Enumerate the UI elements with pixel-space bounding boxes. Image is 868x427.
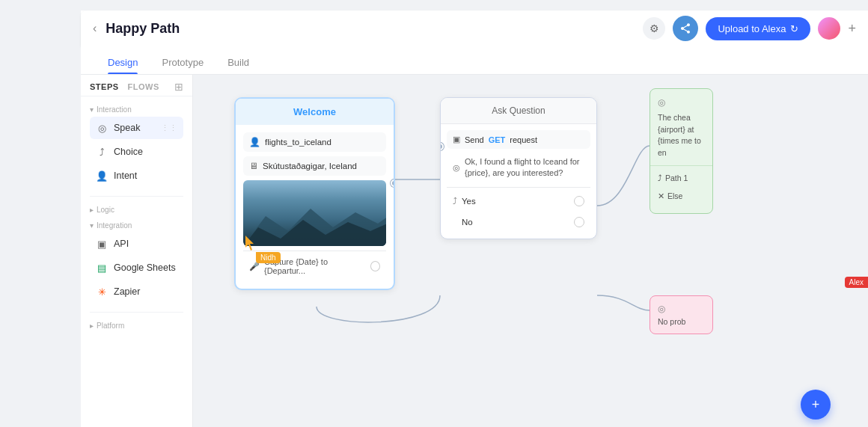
speak-row-icon: ◎: [453, 163, 460, 173]
back-button[interactable]: ‹: [93, 22, 97, 35]
interaction-header[interactable]: ▾ Interaction: [90, 105, 183, 114]
path1-row[interactable]: ⤴ Path 1: [658, 169, 705, 188]
share-button[interactable]: [673, 16, 698, 41]
sidebar-item-google-sheets[interactable]: ▤ Google Sheets: [90, 256, 183, 279]
choice-icon: ⤴: [96, 146, 108, 158]
cursor-area: Nidh: [245, 236, 281, 263]
sidebar-item-zapier[interactable]: ✳ Zapier: [90, 280, 183, 303]
speak-icon: ◎: [96, 122, 108, 134]
right-connector[interactable]: [391, 179, 395, 187]
get-request-row: ▣ Send GET request: [447, 130, 590, 149]
sidebar-item-intent[interactable]: 👤 Intent: [90, 165, 183, 187]
sidebar-item-api[interactable]: ▣ API: [90, 233, 183, 255]
header: ‹ Happy Path ⚙ Upload to Alexa ↻ +: [81, 10, 868, 46]
cursor-label: Nidh: [256, 252, 281, 263]
intent-icon: 👤: [96, 170, 108, 182]
page-title: Happy Path: [106, 21, 643, 37]
sidebar-item-speak[interactable]: ◎ Speak ⋮⋮: [90, 117, 183, 139]
app-container: STEPS FLOWS ⊞ ▾ Interaction ◎ Speak ⋮⋮ ⤴…: [0, 0, 868, 427]
no-connector[interactable]: [574, 217, 584, 227]
platform-header[interactable]: ▸ Platform: [90, 322, 183, 330]
divider: [90, 196, 183, 197]
capture-dot[interactable]: [370, 261, 380, 271]
user-icon: 👤: [249, 137, 260, 147]
alex-label: Alex: [845, 277, 868, 288]
welcome-card-header: Welcome: [236, 99, 394, 125]
google-sheets-icon: ▤: [96, 262, 108, 274]
yes-connector[interactable]: [574, 196, 584, 206]
canvas[interactable]: Welcome 👤 flights_to_iceland 🖥 Skútustað…: [193, 75, 868, 427]
found-flight-row: ◎ Ok, I found a flight to Iceand for {pr…: [447, 153, 590, 182]
tab-build[interactable]: Build: [216, 51, 261, 74]
ask-card-header: Ask Question: [441, 98, 596, 124]
api-icon: ▣: [96, 238, 108, 250]
right-pink-card[interactable]: ◎ No prob: [650, 295, 713, 334]
tab-prototype[interactable]: Prototype: [150, 51, 216, 74]
interaction-section: ▾ Interaction ◎ Speak ⋮⋮ ⤴ Choice 👤 Inte…: [81, 102, 192, 190]
green-card-icon: ◎: [658, 96, 705, 109]
avatar[interactable]: [818, 17, 840, 40]
gear-icon: ⚙: [650, 22, 659, 34]
zapier-icon: ✳: [96, 286, 108, 298]
sidebar-tab-flows[interactable]: FLOWS: [128, 82, 159, 91]
choice-yes-icon: ⤴: [453, 196, 457, 206]
pink-card-icon: ◎: [658, 304, 705, 314]
logic-header[interactable]: ▸ Logic: [90, 206, 183, 214]
platform-section: ▸ Platform: [81, 319, 192, 334]
sidebar-item-choice[interactable]: ⤴ Choice: [90, 141, 183, 163]
add-user-button[interactable]: +: [848, 21, 856, 37]
add-node-button[interactable]: +: [801, 390, 831, 420]
divider2: [90, 312, 183, 313]
location-row: 🖥 Skútustaðagigar, Iceland: [243, 156, 386, 176]
else-icon: ✕: [658, 191, 664, 202]
path1-icon: ⤴: [658, 173, 662, 184]
ask-question-card[interactable]: Ask Question ▣ Send GET request ◎ Ok, I …: [440, 97, 597, 239]
grid-icon[interactable]: ⊞: [174, 81, 183, 93]
yes-option[interactable]: ⤴ Yes: [447, 191, 590, 212]
tab-design[interactable]: Design: [96, 51, 150, 74]
header-actions: ⚙ Upload to Alexa ↻ +: [643, 16, 856, 41]
ask-card-body: ▣ Send GET request ◎ Ok, I found a fligh…: [441, 124, 596, 239]
no-option[interactable]: ⤴ No: [447, 212, 590, 233]
upload-button[interactable]: Upload to Alexa ↻: [706, 17, 810, 40]
welcome-card-body: 👤 flights_to_iceland 🖥 Skútustaðagigar, …: [236, 125, 394, 289]
ask-divider: [447, 187, 590, 188]
refresh-icon: ↻: [790, 23, 798, 34]
flights-row: 👤 flights_to_iceland: [243, 132, 386, 152]
settings-button[interactable]: ⚙: [643, 17, 665, 40]
monitor-icon: 🖥: [249, 161, 258, 171]
else-row[interactable]: ✕ Else: [658, 187, 705, 206]
tabs-bar: Design Prototype Build: [81, 46, 868, 75]
integration-header[interactable]: ▾ Integration: [90, 221, 183, 230]
api-row-icon: ▣: [453, 135, 460, 144]
cursor-arrow: [245, 236, 259, 252]
drag-handle: ⋮⋮: [161, 123, 177, 133]
sidebar-tab-steps[interactable]: STEPS: [90, 82, 119, 91]
sidebar-tab-bar: STEPS FLOWS ⊞: [81, 75, 192, 96]
integration-section: ▾ Integration ▣ API ▤ Google Sheets ✳ Za…: [81, 218, 192, 306]
right-green-card[interactable]: ◎ The chea {airport} at {times me to en …: [650, 88, 713, 214]
share-icon: [679, 22, 691, 34]
logic-section: ▸ Logic: [81, 203, 192, 218]
